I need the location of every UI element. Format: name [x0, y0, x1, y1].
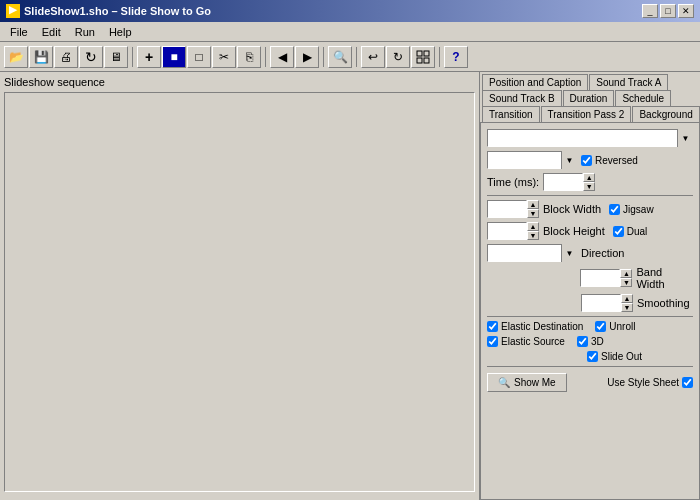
smoothing-down[interactable]: ▼	[621, 303, 633, 312]
tabs-row3: Transition Transition Pass 2 Background	[482, 106, 698, 122]
slideshow-title: Slideshow sequence	[4, 76, 475, 88]
toolbar-outline[interactable]: □	[187, 46, 211, 68]
block-width-btns: ▲ ▼	[527, 200, 539, 218]
toolbar-save[interactable]: 💾	[29, 46, 53, 68]
block-width-down[interactable]: ▼	[527, 209, 539, 218]
smoothing-up[interactable]: ▲	[621, 294, 633, 303]
slide-out-label[interactable]: Slide Out	[587, 351, 642, 362]
transition-dropdown1[interactable]	[487, 129, 687, 147]
close-button[interactable]: ✕	[678, 4, 694, 18]
block-width-input[interactable]	[487, 200, 527, 218]
smoothing-input[interactable]	[581, 294, 621, 312]
use-style-sheet-checkbox[interactable]	[682, 377, 693, 388]
toolbar-grid[interactable]	[411, 46, 435, 68]
divider1	[487, 195, 693, 196]
toolbar-copy[interactable]: ⎘	[237, 46, 261, 68]
band-width-btns: ▲ ▼	[620, 269, 632, 287]
tab-transition[interactable]: Transition	[482, 106, 540, 122]
jigsaw-checkbox[interactable]	[609, 204, 620, 215]
block-height-up[interactable]: ▲	[527, 222, 539, 231]
band-width-down[interactable]: ▼	[620, 278, 632, 287]
unroll-label[interactable]: Unroll	[595, 321, 635, 332]
menu-help[interactable]: Help	[103, 25, 138, 39]
direction-label: Direction	[581, 247, 624, 259]
toolbar-prev[interactable]: ◀	[270, 46, 294, 68]
time-spinner-up[interactable]: ▲	[583, 173, 595, 182]
toolbar-print[interactable]: 🖨	[54, 46, 78, 68]
elastic-src-label[interactable]: Elastic Source	[487, 336, 565, 347]
unroll-checkbox[interactable]	[595, 321, 606, 332]
elastic-dest-text: Elastic Destination	[501, 321, 583, 332]
direction-row: ▼ Direction	[487, 244, 693, 262]
band-width-input[interactable]	[580, 269, 620, 287]
reversed-checkbox[interactable]	[581, 155, 592, 166]
3d-checkbox[interactable]	[577, 336, 588, 347]
menu-bar: File Edit Run Help	[0, 22, 700, 42]
block-height-input[interactable]	[487, 222, 527, 240]
time-input[interactable]	[543, 173, 583, 191]
transition-dropdown1-row: ▼	[487, 129, 693, 147]
maximize-button[interactable]: □	[660, 4, 676, 18]
elastic-src-row: Elastic Source 3D	[487, 336, 693, 347]
window-title: SlideShow1.sho – Slide Show to Go	[24, 5, 211, 17]
toolbar-preview[interactable]: 🖥	[104, 46, 128, 68]
menu-edit[interactable]: Edit	[36, 25, 67, 39]
sep5	[439, 47, 440, 67]
use-style-sheet-label[interactable]: Use Style Sheet	[607, 377, 693, 388]
toolbar-open[interactable]: 📂	[4, 46, 28, 68]
right-panel: Position and Caption Sound Track A Sound…	[480, 72, 700, 500]
toolbar-cut[interactable]: ✂	[212, 46, 236, 68]
elastic-src-checkbox[interactable]	[487, 336, 498, 347]
reversed-checkbox-label[interactable]: Reversed	[581, 155, 638, 166]
tab-schedule[interactable]: Schedule	[615, 90, 671, 106]
tab-soundtrack-b[interactable]: Sound Track B	[482, 90, 562, 106]
time-spinner: ▲ ▼	[543, 173, 595, 191]
toolbar-help[interactable]: ?	[444, 46, 468, 68]
toolbar-undo[interactable]: ↩	[361, 46, 385, 68]
bottom-row: 🔍 Show Me Use Style Sheet	[487, 373, 693, 392]
toolbar-add[interactable]: +	[137, 46, 161, 68]
smoothing-label: Smoothing	[637, 297, 690, 309]
transition-dropdown2[interactable]	[487, 151, 577, 169]
slide-out-checkbox[interactable]	[587, 351, 598, 362]
jigsaw-checkbox-label[interactable]: Jigsaw	[609, 204, 654, 215]
toolbar-zoom[interactable]: 🔍	[328, 46, 352, 68]
block-width-up[interactable]: ▲	[527, 200, 539, 209]
dual-checkbox[interactable]	[613, 226, 624, 237]
smoothing-btns: ▲ ▼	[621, 294, 633, 312]
dropdown2-reversed-row: ▼ Reversed	[487, 151, 693, 169]
toolbar-square[interactable]: ■	[162, 46, 186, 68]
slide-out-text: Slide Out	[601, 351, 642, 362]
title-bar-buttons: _ □ ✕	[642, 4, 694, 18]
tab-transition-pass2[interactable]: Transition Pass 2	[541, 106, 632, 122]
menu-run[interactable]: Run	[69, 25, 101, 39]
show-me-button[interactable]: 🔍 Show Me	[487, 373, 567, 392]
unroll-text: Unroll	[609, 321, 635, 332]
block-height-down[interactable]: ▼	[527, 231, 539, 240]
elastic-dest-checkbox[interactable]	[487, 321, 498, 332]
time-spinner-down[interactable]: ▼	[583, 182, 595, 191]
tab-duration[interactable]: Duration	[563, 90, 615, 106]
toolbar-refresh[interactable]: ↻	[79, 46, 103, 68]
tab-background[interactable]: Background	[632, 106, 699, 122]
tab-position-caption[interactable]: Position and Caption	[482, 74, 588, 90]
band-width-up[interactable]: ▲	[620, 269, 632, 278]
3d-label[interactable]: 3D	[577, 336, 604, 347]
toolbar-redo[interactable]: ↻	[386, 46, 410, 68]
divider3	[487, 366, 693, 367]
elastic-src-text: Elastic Source	[501, 336, 565, 347]
left-panel: Slideshow sequence	[0, 72, 480, 500]
elastic-dest-label[interactable]: Elastic Destination	[487, 321, 583, 332]
tab-soundtrack-a[interactable]: Sound Track A	[589, 74, 668, 90]
dual-checkbox-label[interactable]: Dual	[613, 226, 648, 237]
smoothing-spinner: ▲ ▼	[581, 294, 633, 312]
toolbar-next[interactable]: ▶	[295, 46, 319, 68]
minimize-button[interactable]: _	[642, 4, 658, 18]
transition-dropdown1-wrapper: ▼	[487, 129, 693, 147]
toolbar: 📂 💾 🖨 ↻ 🖥 + ■ □ ✂ ⎘ ◀ ▶ 🔍 ↩ ↻ ?	[0, 42, 700, 72]
tabs-row1: Position and Caption Sound Track A	[482, 74, 698, 90]
title-bar-left: ▶ SlideShow1.sho – Slide Show to Go	[6, 4, 211, 18]
menu-file[interactable]: File	[4, 25, 34, 39]
direction-dropdown[interactable]	[487, 244, 577, 262]
panel-content: ▼ ▼ Reversed Time (ms):	[480, 122, 700, 500]
